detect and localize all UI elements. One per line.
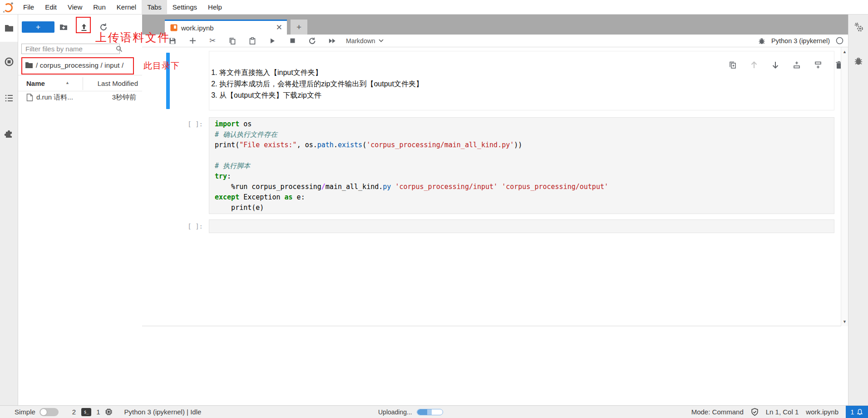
notebook-scrollbar[interactable]: ▲ ▼	[841, 47, 848, 326]
kernel-status-icon[interactable]	[836, 37, 843, 45]
tab-work-ipynb[interactable]: work.ipynb ✕	[165, 20, 287, 35]
close-icon[interactable]: ✕	[276, 25, 282, 31]
run-icon[interactable]	[269, 37, 276, 45]
kernel-name[interactable]: Python 3 (ipykernel)	[771, 37, 830, 45]
move-up-icon[interactable]	[750, 61, 758, 69]
menu-file[interactable]: File	[18, 0, 39, 15]
move-down-icon[interactable]	[771, 61, 779, 69]
file-name: d.run 语料...	[36, 93, 73, 102]
menu-edit[interactable]: Edit	[39, 0, 62, 15]
filter-files-box	[21, 44, 120, 54]
simple-mode-label: Simple	[15, 408, 35, 416]
kernel-chip-icon	[105, 408, 113, 416]
gears-icon	[853, 22, 864, 34]
menu-run[interactable]: Run	[88, 0, 111, 15]
scroll-down-icon[interactable]: ▼	[841, 319, 848, 324]
cut-icon[interactable]: ✂	[209, 37, 216, 45]
toc-icon	[4, 93, 14, 103]
cursor-position[interactable]: Ln 1, Col 1	[766, 408, 799, 416]
simple-mode-toggle[interactable]	[39, 408, 59, 416]
header-last-modified[interactable]: Last Modified	[98, 80, 138, 87]
file-browser-tab[interactable]	[0, 15, 18, 42]
extension-manager-tab[interactable]	[0, 120, 18, 147]
cell-type-dropdown[interactable]: Markdown	[346, 37, 384, 45]
jupyter-logo-icon	[2, 1, 14, 13]
code-lines: import os# 确认执行文件存在print("File exists:",…	[215, 119, 829, 213]
kernel-status-text[interactable]: Python 3 (ipykernel) | Idle	[124, 408, 202, 416]
header-name[interactable]: Name	[26, 80, 45, 87]
upload-progress-fill	[417, 409, 432, 415]
column-divider	[83, 77, 83, 90]
add-cell-icon[interactable]	[189, 37, 196, 45]
markdown-list-item: 从【output文件夹】下载zip文件	[219, 90, 834, 101]
save-icon[interactable]	[169, 37, 176, 45]
main-dock-panel: work.ipynb ✕ + ✂	[142, 15, 848, 405]
table-of-contents-tab[interactable]	[0, 85, 18, 112]
file-browser-panel: + / corpus_processing / input /	[18, 15, 142, 405]
puzzle-icon	[4, 129, 14, 139]
markdown-list-item: 执行脚本成功后，会将处理后的zip文件输出到【output文件夹】	[219, 78, 834, 90]
breadcrumb[interactable]: / corpus_processing / input /	[18, 59, 142, 71]
empty-code-cell[interactable]	[209, 219, 834, 233]
terminal-icon: $_	[81, 408, 91, 416]
kernel-count[interactable]: 1	[96, 408, 100, 416]
code-cell[interactable]: import os# 确认执行文件存在print("File exists:",…	[209, 117, 834, 214]
breadcrumb-path[interactable]: / corpus_processing / input /	[36, 61, 123, 69]
right-activity-bar	[848, 15, 868, 405]
restart-kernel-icon[interactable]	[309, 37, 316, 45]
new-folder-button[interactable]	[59, 23, 68, 32]
new-launcher-button[interactable]: +	[22, 21, 54, 33]
notification-badge[interactable]: 1	[846, 406, 868, 418]
file-icon	[26, 94, 33, 101]
selected-cell-indicator[interactable]	[166, 53, 170, 109]
bell-icon	[857, 408, 863, 416]
upload-progress-bar	[417, 409, 443, 415]
cell-type-value: Markdown	[346, 37, 375, 45]
insert-below-icon[interactable]	[814, 61, 822, 69]
filter-files-input[interactable]	[22, 45, 116, 53]
terminal-count[interactable]: 2	[72, 408, 76, 416]
code-cell-prompt: [ ]:	[160, 120, 203, 128]
markdown-list: 将文件直接拖入【input文件夹】 执行脚本成功后，会将处理后的zip文件输出到…	[209, 67, 834, 101]
menu-tabs[interactable]: Tabs	[142, 0, 167, 15]
active-file-name: work.ipynb	[806, 408, 838, 416]
mode-indicator: Mode: Command	[691, 408, 744, 416]
toggle-knob	[40, 409, 47, 415]
sort-ascending-icon[interactable]: ▲	[65, 80, 69, 85]
menu-view[interactable]: View	[62, 0, 88, 15]
notebook-toolbar: ✂ Markdown	[142, 35, 848, 47]
breadcrumb-folder-icon	[25, 61, 33, 69]
running-kernels-tab[interactable]	[0, 48, 18, 75]
markdown-cell[interactable]: 将文件直接拖入【input文件夹】 执行脚本成功后，会将处理后的zip文件输出到…	[209, 51, 834, 110]
cell-toolbar	[729, 61, 843, 69]
trust-shield-icon[interactable]	[751, 408, 759, 416]
uploading-label: Uploading...	[378, 408, 412, 416]
search-icon	[116, 45, 123, 52]
new-tab-button[interactable]: +	[291, 20, 307, 35]
restart-run-all-icon[interactable]	[329, 37, 336, 45]
paste-icon[interactable]	[249, 37, 256, 45]
scroll-up-icon[interactable]: ▲	[841, 50, 848, 54]
file-list-header: Name ▲ Last Modified	[18, 75, 142, 91]
status-bar: Simple 2 $_ 1 Python 3 (ipykernel) | Idl…	[0, 405, 868, 418]
copy-icon[interactable]	[229, 37, 236, 45]
dock-tab-bar: work.ipynb ✕ +	[142, 15, 848, 35]
tab-title: work.ipynb	[181, 24, 214, 32]
duplicate-cell-icon[interactable]	[729, 61, 737, 69]
stop-icon[interactable]	[289, 37, 296, 45]
property-inspector-tab[interactable]	[853, 22, 864, 34]
insert-above-icon[interactable]	[793, 61, 801, 69]
menu-help[interactable]: Help	[202, 0, 227, 15]
menu-settings[interactable]: Settings	[167, 0, 202, 15]
folder-icon	[4, 23, 14, 33]
debugger-sidebar-tab[interactable]	[854, 56, 863, 65]
chevron-down-icon	[379, 39, 384, 42]
menu-bar: File Edit View Run Kernel Tabs Settings …	[0, 0, 868, 15]
refresh-button[interactable]	[99, 23, 108, 32]
upload-button[interactable]	[79, 23, 89, 32]
file-modified: 3秒钟前	[112, 93, 136, 102]
menu-kernel[interactable]: Kernel	[111, 0, 142, 15]
bug-icon	[854, 56, 863, 65]
debugger-icon[interactable]	[758, 37, 765, 45]
file-list-item[interactable]: d.run 语料... 3秒钟前	[18, 91, 142, 104]
